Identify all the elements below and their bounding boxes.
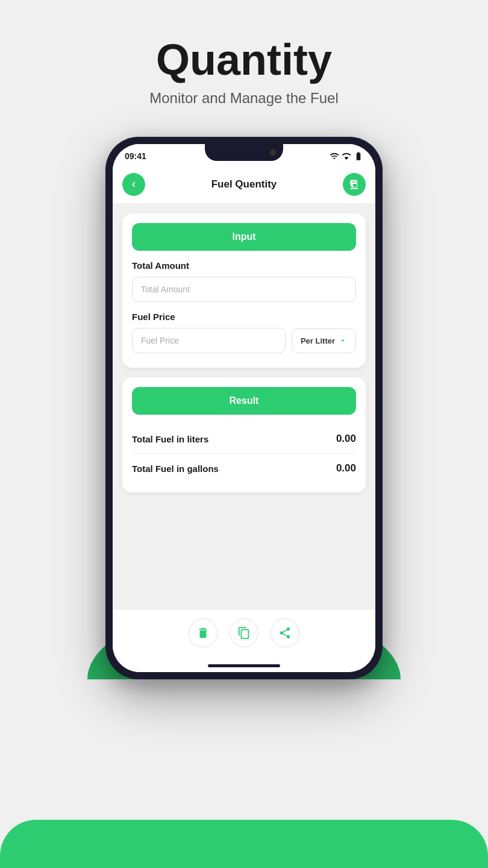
share-icon xyxy=(278,626,292,640)
wifi-icon xyxy=(330,151,339,161)
total-liters-value: 0.00 xyxy=(336,433,356,445)
result-card: Result Total Fuel in liters 0.00 Total F… xyxy=(122,377,366,492)
total-liters-label: Total Fuel in liters xyxy=(132,434,208,444)
page-subtitle: Monitor and Manage the Fuel xyxy=(149,90,339,107)
chevron-down-icon xyxy=(339,336,347,345)
share-button[interactable] xyxy=(271,618,299,647)
chevron-left-icon xyxy=(128,179,139,190)
fuel-price-input[interactable]: Fuel Price xyxy=(132,328,286,353)
trash-icon xyxy=(196,626,210,640)
page-bottom-bar xyxy=(0,820,488,868)
page-header: Quantity Monitor and Manage the Fuel xyxy=(137,0,351,125)
home-indicator xyxy=(113,659,375,672)
status-icons xyxy=(330,151,363,161)
battery-icon xyxy=(354,151,363,161)
delete-button[interactable] xyxy=(189,618,217,647)
phone-frame: 09:41 xyxy=(105,137,383,679)
copy-button[interactable] xyxy=(230,618,258,647)
home-bar xyxy=(208,664,280,667)
per-litter-label: Per Litter xyxy=(301,336,335,345)
status-bar: 09:41 xyxy=(113,144,375,166)
signal-icon xyxy=(342,151,351,161)
total-amount-input[interactable]: Total Amount xyxy=(132,277,356,302)
total-amount-label: Total Amount xyxy=(132,260,356,271)
copy-icon xyxy=(237,626,251,640)
app-title: Fuel Quentity xyxy=(211,178,277,190)
coffee-button[interactable] xyxy=(343,173,366,196)
coffee-icon xyxy=(348,178,360,190)
fuel-price-row: Fuel Price Per Litter xyxy=(132,328,356,353)
input-card: Input Total Amount Total Amount Fuel Pri… xyxy=(122,213,366,368)
result-button[interactable]: Result xyxy=(132,387,356,415)
total-gallons-value: 0.00 xyxy=(336,462,356,474)
app-header: Fuel Quentity xyxy=(113,166,375,204)
notch xyxy=(205,144,283,161)
app-content: Input Total Amount Total Amount Fuel Pri… xyxy=(113,204,375,610)
total-gallons-row: Total Fuel in gallons 0.00 xyxy=(132,454,356,483)
total-gallons-label: Total Fuel in gallons xyxy=(132,464,219,474)
per-litter-dropdown[interactable]: Per Litter xyxy=(292,329,356,353)
input-button[interactable]: Input xyxy=(132,223,356,251)
bottom-actions xyxy=(113,610,375,659)
camera xyxy=(270,149,276,156)
status-time: 09:41 xyxy=(125,151,146,161)
phone-mockup: 09:41 xyxy=(87,137,401,679)
phone-inner: 09:41 xyxy=(113,144,375,672)
fuel-price-label: Fuel Price xyxy=(132,312,356,322)
back-button[interactable] xyxy=(122,173,145,196)
page-title: Quantity xyxy=(149,36,339,84)
total-liters-row: Total Fuel in liters 0.00 xyxy=(132,424,356,454)
